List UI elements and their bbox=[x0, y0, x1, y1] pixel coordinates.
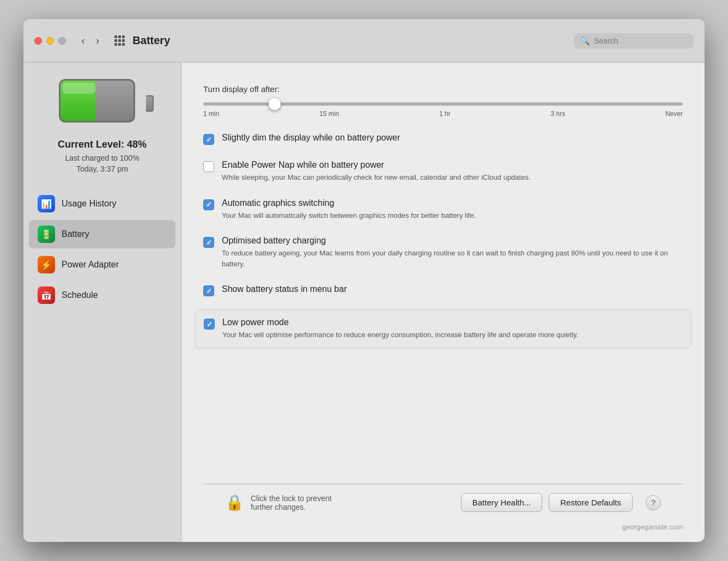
battery-icon-container bbox=[59, 79, 146, 128]
option-title-dim-display: Slightly dim the display while on batter… bbox=[222, 133, 683, 143]
lock-area: 🔒 Click the lock to preventfurther chang… bbox=[225, 493, 452, 511]
slider-label-1hr: 1 hr bbox=[439, 110, 451, 118]
battery-terminal bbox=[146, 95, 154, 112]
option-text-show-status: Show battery status in menu bar bbox=[222, 284, 683, 296]
sidebar-item-usage-history[interactable]: 📊 Usage History bbox=[29, 190, 175, 218]
sidebar-nav: 📊 Usage History 🔋 Battery ⚡ Power Adapte… bbox=[23, 190, 181, 312]
display-off-section: Turn display off after: 1 min 15 min 1 h… bbox=[203, 84, 683, 118]
bottom-bar: 🔒 Click the lock to preventfurther chang… bbox=[203, 484, 683, 521]
option-desc-optimised-charging: To reduce battery ageing, your Mac learn… bbox=[222, 248, 683, 269]
system-preferences-window: ‹ › Battery 🔍 bbox=[23, 19, 705, 542]
slider-label-1min: 1 min bbox=[203, 110, 219, 118]
option-text-low-power: Low power mode Your Mac will optimise pe… bbox=[222, 318, 682, 340]
slider-label-3hrs: 3 hrs bbox=[550, 110, 565, 118]
search-input[interactable] bbox=[594, 36, 687, 45]
grid-dot bbox=[122, 43, 125, 46]
lock-text: Click the lock to preventfurther changes… bbox=[251, 494, 332, 511]
main-content: Current Level: 48% Last charged to 100% … bbox=[23, 63, 705, 542]
slider-label-15min: 15 min bbox=[319, 110, 339, 118]
watermark: georgegarside.com bbox=[203, 523, 683, 531]
option-optimised-charging: Optimised battery charging To reduce bat… bbox=[203, 234, 683, 271]
nav-buttons: ‹ › bbox=[77, 32, 104, 49]
sidebar-item-label: Battery bbox=[62, 229, 89, 239]
bottom-buttons: Battery Health... Restore Defaults bbox=[461, 493, 633, 512]
sidebar: Current Level: 48% Last charged to 100% … bbox=[23, 63, 181, 542]
battery-body bbox=[59, 79, 135, 123]
grid-dot bbox=[118, 43, 121, 46]
battery-visual bbox=[59, 79, 146, 128]
battery-nav-icon: 🔋 bbox=[38, 225, 55, 243]
grid-dot bbox=[114, 43, 117, 46]
power-adapter-icon: ⚡ bbox=[38, 256, 55, 273]
grid-dot bbox=[118, 39, 121, 42]
sidebar-item-battery[interactable]: 🔋 Battery bbox=[29, 220, 175, 248]
lock-icon[interactable]: 🔒 bbox=[225, 493, 244, 511]
search-box[interactable]: 🔍 bbox=[574, 33, 694, 48]
display-slider-thumb[interactable] bbox=[269, 98, 281, 110]
option-title-low-power: Low power mode bbox=[222, 318, 682, 327]
grid-dot bbox=[118, 35, 121, 38]
option-desc-auto-graphics: Your Mac will automatically switch betwe… bbox=[222, 210, 683, 221]
sidebar-item-label: Power Adapter bbox=[62, 260, 119, 270]
usage-history-icon: 📊 bbox=[38, 195, 55, 212]
grid-dot bbox=[122, 39, 125, 42]
option-auto-graphics: Automatic graphics switching Your Mac wi… bbox=[203, 196, 683, 223]
last-charged: Last charged to 100% bbox=[65, 154, 139, 162]
minimize-button[interactable] bbox=[46, 37, 54, 45]
option-power-nap: Enable Power Nap while on battery power … bbox=[203, 158, 683, 185]
forward-button[interactable]: › bbox=[92, 32, 104, 49]
option-text-auto-graphics: Automatic graphics switching Your Mac wi… bbox=[222, 198, 683, 221]
current-level: Current Level: 48% bbox=[58, 139, 147, 150]
last-charged-time: Today, 3:37 pm bbox=[76, 164, 128, 173]
maximize-button[interactable] bbox=[58, 37, 66, 45]
close-button[interactable] bbox=[34, 37, 42, 45]
titlebar: ‹ › Battery 🔍 bbox=[23, 19, 705, 63]
checkbox-dim-display[interactable] bbox=[203, 134, 214, 145]
option-title-show-status: Show battery status in menu bar bbox=[222, 284, 683, 294]
checkbox-show-status[interactable] bbox=[203, 285, 214, 296]
grid-dot bbox=[114, 35, 117, 38]
checkbox-power-nap[interactable] bbox=[203, 161, 214, 172]
right-panel: Turn display off after: 1 min 15 min 1 h… bbox=[181, 63, 705, 542]
option-dim-display: Slightly dim the display while on batter… bbox=[203, 131, 683, 147]
checkbox-low-power[interactable] bbox=[204, 319, 215, 330]
page-title: Battery bbox=[132, 34, 574, 47]
sidebar-item-schedule[interactable]: 📅 Schedule bbox=[29, 281, 175, 309]
option-show-status: Show battery status in menu bar bbox=[203, 282, 683, 298]
restore-defaults-button[interactable]: Restore Defaults bbox=[549, 493, 633, 512]
battery-health-button[interactable]: Battery Health... bbox=[461, 493, 543, 512]
schedule-icon: 📅 bbox=[38, 286, 55, 304]
battery-shine bbox=[63, 83, 95, 94]
grid-icon[interactable] bbox=[114, 35, 125, 46]
option-title-optimised-charging: Optimised battery charging bbox=[222, 236, 683, 246]
option-text-optimised-charging: Optimised battery charging To reduce bat… bbox=[222, 236, 683, 269]
display-slider-track[interactable] bbox=[203, 102, 683, 106]
help-button[interactable]: ? bbox=[646, 495, 661, 510]
checkbox-optimised-charging[interactable] bbox=[203, 237, 214, 248]
option-low-power: Low power mode Your Mac will optimise pe… bbox=[195, 309, 691, 349]
checkbox-auto-graphics[interactable] bbox=[203, 199, 214, 210]
grid-dot bbox=[114, 39, 117, 42]
slider-labels: 1 min 15 min 1 hr 3 hrs Never bbox=[203, 110, 683, 118]
sidebar-item-label: Usage History bbox=[62, 199, 116, 209]
back-button[interactable]: ‹ bbox=[77, 32, 89, 49]
option-text-dim-display: Slightly dim the display while on batter… bbox=[222, 133, 683, 145]
traffic-lights bbox=[34, 37, 66, 45]
option-desc-low-power: Your Mac will optimise performance to re… bbox=[222, 330, 682, 340]
sidebar-item-power-adapter[interactable]: ⚡ Power Adapter bbox=[29, 251, 175, 279]
slider-label-never: Never bbox=[665, 110, 683, 118]
option-desc-power-nap: While sleeping, your Mac can periodicall… bbox=[222, 172, 683, 183]
display-section-label: Turn display off after: bbox=[203, 84, 683, 94]
search-icon: 🔍 bbox=[580, 36, 590, 45]
sidebar-item-label: Schedule bbox=[62, 290, 98, 300]
option-text-power-nap: Enable Power Nap while on battery power … bbox=[222, 160, 683, 183]
grid-dot bbox=[122, 35, 125, 38]
options-section: Slightly dim the display while on batter… bbox=[203, 131, 683, 484]
option-title-auto-graphics: Automatic graphics switching bbox=[222, 198, 683, 208]
option-title-power-nap: Enable Power Nap while on battery power bbox=[222, 160, 683, 170]
